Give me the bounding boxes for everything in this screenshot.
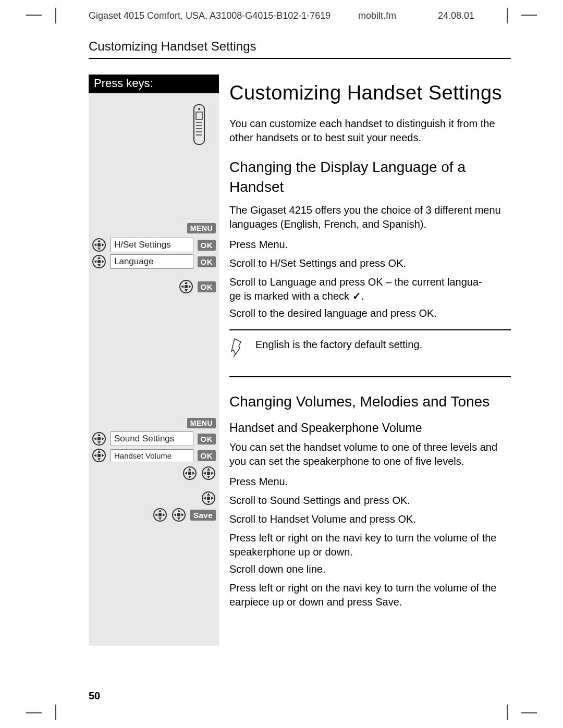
svg-rect-13 [97,243,101,246]
svg-marker-23 [181,285,183,288]
svg-marker-18 [102,260,104,263]
svg-marker-15 [97,256,101,259]
step: Press left or right on the navi key to t… [229,581,511,609]
navi-key-icon [172,508,186,522]
svg-rect-25 [185,285,188,288]
svg-marker-64 [177,517,180,520]
page-title: Customizing Handset Settings [229,80,511,106]
navi-key-icon [92,238,106,252]
svg-marker-63 [177,510,180,512]
running-title: Customizing Handset Settings [89,39,511,59]
svg-marker-21 [185,281,188,284]
navi-key-icon [153,508,167,522]
svg-rect-43 [188,472,191,475]
navi-key-icon [92,448,106,463]
crop-mark [55,8,56,23]
key-row: MENU [92,415,216,431]
svg-marker-40 [188,476,191,478]
svg-marker-42 [192,472,195,475]
svg-marker-53 [203,497,206,500]
step: Scroll down one line. [229,562,511,578]
intro-paragraph: You can customize each handset to distin… [229,117,511,145]
svg-rect-67 [177,513,180,516]
save-key-chip: Save [190,510,216,521]
svg-marker-28 [97,441,101,444]
svg-marker-47 [203,472,206,475]
svg-marker-9 [97,240,101,242]
main-text-column: Customizing Handset Settings You can cus… [229,75,511,646]
svg-marker-10 [97,248,101,250]
key-row: Sound Settings OK [92,431,216,447]
key-row [92,490,216,506]
ok-key-chip: OK [198,240,216,251]
key-row: Language OK [92,254,216,269]
svg-marker-24 [189,285,191,288]
svg-marker-30 [102,437,104,440]
key-row: Handset Volume OK [92,448,216,463]
step: Press left or right on the navi key to t… [229,531,511,559]
key-row: H/Set Settings OK [92,237,216,253]
svg-rect-31 [97,437,101,440]
key-row: Save [92,507,216,523]
header-center: mobilt.fm [358,10,396,21]
svg-marker-51 [207,493,210,496]
svg-rect-61 [158,513,162,516]
header-left: Gigaset 4015 Comfort, USA, A31008-G4015-… [89,10,331,21]
step: Press Menu. [229,238,511,253]
navi-key-icon [182,466,197,480]
crop-mark [26,15,42,16]
section-heading: Changing Volumes, Melodies and Tones [229,392,511,412]
ok-key-chip: OK [198,256,216,267]
navi-key-icon [92,431,106,446]
svg-marker-11 [94,243,96,246]
svg-marker-12 [102,243,104,246]
svg-marker-65 [174,513,176,516]
navi-key-icon [201,491,216,505]
step: Scroll to the desired language and press… [229,306,511,322]
step: Scroll to H/Set Settings and press OK. [229,256,511,272]
svg-marker-39 [188,468,191,471]
svg-marker-46 [207,476,210,478]
svg-rect-19 [97,260,101,263]
ok-key-chip: OK [198,281,216,292]
step: Scroll to Sound Settings and press OK. [229,493,511,509]
step-text: ge is marked with a check [229,290,352,302]
svg-line-68 [234,353,236,357]
step: Scroll to Language and press OK – the cu… [229,275,511,303]
key-row [92,465,216,481]
svg-rect-55 [207,497,210,500]
key-label: H/Set Settings [111,238,193,252]
svg-marker-54 [211,497,214,500]
crop-mark [55,705,56,720]
subsection-heading: Handset and Speakerphone Volume [229,420,511,436]
svg-marker-35 [94,454,96,457]
content-area: Customizing Handset Settings Press keys: [89,39,511,692]
page-number: 50 [89,690,100,702]
crop-mark [521,15,537,16]
manual-page: Gigaset 4015 Comfort, USA, A31008-G4015-… [0,0,563,728]
checkmark-icon [352,290,361,302]
key-row: OK [92,279,216,294]
svg-marker-16 [97,264,101,267]
key-label: Language [111,254,193,269]
svg-marker-29 [94,437,96,440]
svg-marker-22 [185,289,188,292]
step-text: Scroll to Language and press OK – the cu… [229,276,482,288]
ok-key-chip: OK [198,434,216,445]
press-keys-column: Press keys: [89,75,219,646]
crop-mark [521,712,537,713]
note-text: English is the factory default setting. [255,338,422,352]
svg-rect-49 [207,472,210,475]
key-label: Sound Settings [111,431,193,446]
crop-mark [26,712,42,713]
svg-marker-59 [155,513,157,516]
section-paragraph: You can set the handset volume to one of… [229,440,511,468]
page-header: Gigaset 4015 Comfort, USA, A31008-G4015-… [89,10,474,21]
svg-marker-33 [97,450,101,453]
header-right: 24.08.01 [438,10,474,21]
svg-marker-34 [97,458,101,461]
svg-rect-2 [196,112,202,119]
svg-marker-45 [207,468,210,471]
svg-marker-52 [207,501,210,503]
step-text: . [361,290,364,302]
